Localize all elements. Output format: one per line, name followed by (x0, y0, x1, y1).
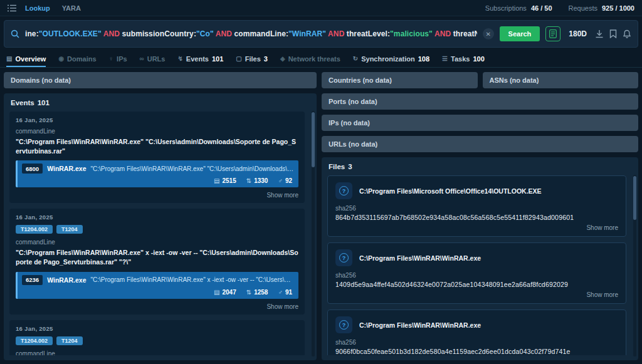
tab[interactable]: ◈ Network threats (280, 50, 340, 67)
tab-icon: ♀ (109, 55, 114, 62)
process-row[interactable]: 6236 WinRAR.exe "C:\Program Files\WinRAR… (16, 272, 298, 299)
sha256-value: 1409d5e9aa4ffef4a502d46324e0072a025ae104… (335, 281, 618, 288)
domains-panel-header[interactable]: Domains (no data) (4, 72, 317, 88)
sha256-label: sha256 (335, 272, 618, 279)
process-stats: ⚐ ▤2047 ⇅1258 ♂91 (22, 289, 293, 296)
files-list: ? C:\Program Files\Microsoft Office\Offi… (327, 175, 633, 355)
tab-icon: ◈ (280, 55, 285, 62)
mitre-tag[interactable]: T1204.002 (16, 225, 53, 234)
tab[interactable]: ♀ IPs (109, 50, 127, 67)
sha256-label: sha256 (335, 205, 618, 212)
file-show-more-link[interactable]: Show more (335, 224, 618, 231)
connection-icon: ♂ (278, 289, 283, 296)
query-segment: ine: (25, 29, 39, 38)
tab-icon: ▢ (236, 55, 241, 62)
section-tabs: ▤ Overview ◉ Domains ♀ IPs ∞ URLs (0, 50, 642, 68)
file-show-more-link[interactable]: Show more (335, 291, 618, 298)
query-segment: "WinRAR" (288, 29, 326, 38)
asns-panel-header[interactable]: ASNs (no data) (483, 72, 639, 88)
search-bar: ine:"OUTLOOK.EXE" AND submissionCountry:… (4, 20, 638, 48)
search-query-input[interactable]: ine:"OUTLOOK.EXE" AND submissionCountry:… (25, 29, 477, 38)
up-down-arrows-icon: ⇅ (246, 289, 251, 296)
mitre-tag[interactable]: T1204.002 (16, 336, 53, 345)
event-show-more-link[interactable]: Show more (16, 303, 298, 310)
search-button[interactable]: Search (500, 26, 540, 41)
ports-panel-header[interactable]: Ports (no data) (322, 93, 638, 110)
process-name: WinRAR.exe (47, 276, 86, 284)
files-stat: ▤2047 (214, 289, 236, 296)
ti-lookup-app: Lookup YARA Subscriptions46 / 50 Request… (0, 0, 642, 364)
menu-icon[interactable] (8, 4, 16, 12)
event-tags: T1204.002T1204 (16, 336, 298, 345)
events-list: 16 Jan, 2025 commandLine "C:\Program Fil… (9, 112, 311, 355)
tab-label: IPs (117, 55, 127, 63)
bookmark-icon[interactable] (609, 29, 617, 38)
process-pid-badge: 6236 (22, 275, 43, 285)
process-name: WinRAR.exe (47, 165, 86, 172)
period-selector[interactable]: 180D (569, 29, 587, 38)
nav-item[interactable]: Lookup (25, 4, 50, 12)
ips-panel-header[interactable]: IPs (no data) (322, 115, 638, 131)
process-row[interactable]: 6800 WinRAR.exe "C:\Program Files\WinRAR… (16, 160, 298, 187)
event-command-line: "C:\Program Files\WinRAR\WinRAR.exe" "C:… (16, 137, 298, 155)
tab-icon: ☰ (442, 55, 448, 62)
event-command-line: "C:\Program Files\WinRAR\WinRAR.exe" x -… (16, 248, 298, 266)
tab[interactable]: ∞ URLs (140, 50, 166, 67)
query-segment: "Co" (196, 29, 214, 38)
main-nav: Lookup YARA (25, 4, 91, 12)
bell-icon[interactable] (623, 29, 631, 38)
query-segment: AND (102, 29, 122, 38)
query-segment: AND (433, 29, 453, 38)
unknown-file-icon: ? (335, 182, 352, 199)
report-icon[interactable] (545, 26, 560, 41)
tab-count: 3 (264, 55, 268, 63)
tab-label: Files (245, 55, 261, 63)
tab-icon: ↻ (353, 55, 358, 62)
file-path: C:\Program Files\WinRAR\WinRAR.exe (359, 321, 481, 329)
tab[interactable]: ↻ Synchronization 108 (353, 50, 429, 67)
files-scrollbar-track[interactable] (633, 175, 636, 356)
tab[interactable]: ▤ Overview (6, 50, 46, 67)
process-command: "C:\Program Files\WinRAR\WinRAR.exe" x -… (90, 276, 293, 283)
mitre-tag[interactable]: T1204 (56, 336, 83, 345)
process-command: "C:\Program Files\WinRAR\WinRAR.exe" "C:… (90, 165, 293, 172)
file-card: ? C:\Program Files\WinRAR\WinRAR.exe sha… (327, 242, 626, 304)
subscriptions-quota: Subscriptions46 / 50 (485, 4, 552, 12)
countries-panel-header[interactable]: Countries (no data) (322, 72, 478, 88)
tab[interactable]: ▢ Files 3 (236, 50, 268, 67)
files-stat: ▤2515 (214, 177, 236, 184)
topbar: Lookup YARA Subscriptions46 / 50 Request… (0, 0, 642, 16)
event-tags: T1204.002T1204 (16, 225, 298, 234)
connections-stat: ♂92 (278, 177, 292, 184)
event-field-label: commandLine (16, 239, 298, 246)
nav-item[interactable]: YARA (62, 4, 81, 12)
unknown-file-icon: ? (335, 249, 352, 266)
tab-icon: ∞ (140, 55, 144, 62)
tab[interactable]: ◉ Domains (58, 50, 96, 67)
tab[interactable]: ☰ Tasks 100 (442, 50, 485, 67)
query-segment: commandLine: (234, 29, 289, 38)
files-panel: Files3 ? C:\Program Files\Microsoft Offi… (322, 157, 638, 360)
query-segment: AND (326, 29, 347, 38)
query-segment: "malicious" (390, 29, 433, 38)
tab[interactable]: ↯ Events 101 (177, 50, 223, 67)
tab-label: Network threats (288, 55, 340, 63)
events-scrollbar-track[interactable] (312, 111, 315, 356)
file-path: C:\Program Files\Microsoft Office\Office… (359, 187, 542, 195)
files-scrollbar-thumb[interactable] (633, 176, 636, 220)
file-path: C:\Program Files\WinRAR\WinRAR.exe (359, 254, 481, 262)
event-card: 16 Jan, 2025 commandLine "C:\Program Fil… (9, 112, 305, 203)
event-show-more-link[interactable]: Show more (16, 192, 298, 199)
tab-label: Overview (15, 55, 46, 63)
query-segment: submissionCountry: (122, 29, 196, 38)
process-pid-badge: 6800 (22, 164, 43, 174)
clear-query-icon[interactable]: ✕ (483, 28, 494, 39)
up-down-arrows-icon: ⇅ (246, 177, 251, 184)
urls-panel-header[interactable]: URLs (no data) (322, 136, 638, 152)
download-icon[interactable] (595, 29, 604, 38)
process-stats: ⚐ ▤2515 ⇅1330 ♂92 (22, 177, 293, 185)
io-stat: ⇅1330 (246, 177, 268, 184)
mitre-tag[interactable]: T1204 (56, 225, 83, 234)
sha256-value: 864b7d353115697ab7b68502e934a58ac08c56a5… (335, 214, 618, 221)
events-scrollbar-thumb[interactable] (312, 112, 315, 167)
